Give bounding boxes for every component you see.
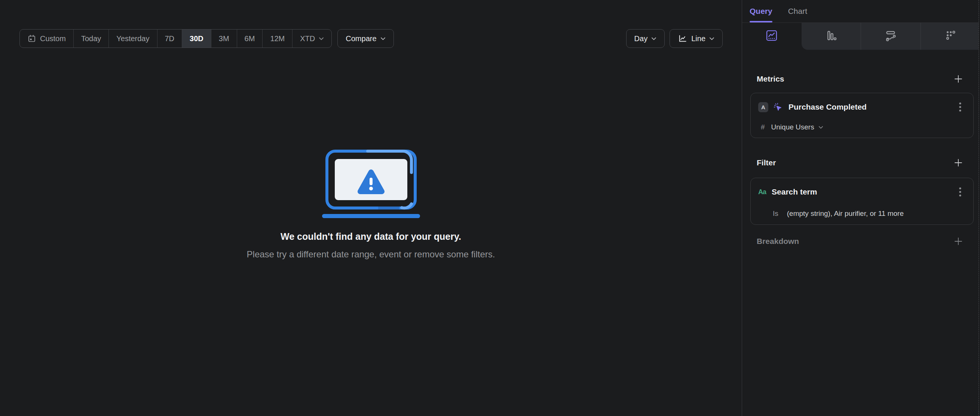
compare-label: Compare xyxy=(345,34,376,43)
date-range-label: XTD xyxy=(300,34,315,43)
chevron-down-icon xyxy=(319,37,324,40)
plus-icon xyxy=(953,236,964,247)
line-chart-icon xyxy=(678,33,687,43)
breakdown-section-header: Breakdown xyxy=(757,236,964,247)
filter-property-row: Aa Search term xyxy=(758,186,951,198)
tab-chart[interactable]: Chart xyxy=(788,0,807,22)
insights-line-chart-icon xyxy=(765,29,778,44)
granularity-label: Day xyxy=(635,34,648,43)
tab-query[interactable]: Query xyxy=(749,0,772,22)
tab-retention[interactable] xyxy=(921,23,980,50)
filter-options-button[interactable] xyxy=(958,186,963,198)
metric-options-button[interactable] xyxy=(958,101,963,113)
metric-event-row: A Purchase Completed xyxy=(758,101,951,113)
aggregation-selector[interactable]: # Unique Users xyxy=(761,122,823,132)
report-canvas: Custom Today Yesterday 7D 30D 3M 6M 12M … xyxy=(0,0,742,416)
metric-event-name: Purchase Completed xyxy=(789,102,867,112)
series-letter-badge: A xyxy=(758,102,768,112)
chevron-down-icon xyxy=(818,126,823,129)
filter-property-name: Search term xyxy=(772,187,817,196)
panel-tab-bar: Query Chart xyxy=(742,0,980,23)
chevron-down-icon xyxy=(709,37,714,40)
empty-state-title: We couldn't find any data for your query… xyxy=(0,231,742,242)
insights-report-page: Custom Today Yesterday 7D 30D 3M 6M 12M … xyxy=(0,0,980,416)
date-range-xtd[interactable]: XTD xyxy=(292,30,331,48)
chart-controls: Day Line xyxy=(626,29,723,48)
laptop-base xyxy=(322,214,420,218)
plus-icon xyxy=(953,157,964,168)
metrics-section-header: Metrics xyxy=(757,73,964,84)
date-range-custom[interactable]: Custom xyxy=(20,30,73,48)
date-range-label: Today xyxy=(81,34,101,43)
plus-icon xyxy=(953,73,964,84)
aggregation-symbol: # xyxy=(761,123,765,131)
panel-scroll-gutter xyxy=(978,0,980,416)
metric-card[interactable]: A Purchase Completed # xyxy=(750,93,974,138)
add-breakdown-button[interactable] xyxy=(953,236,964,247)
filter-condition[interactable]: Is (empty string), Air purifier, or 11 m… xyxy=(773,208,904,219)
aggregation-label: Unique Users xyxy=(771,123,814,131)
date-range-label: 12M xyxy=(270,34,285,43)
date-range-label: 3M xyxy=(219,34,229,43)
date-range-3m[interactable]: 3M xyxy=(211,30,237,48)
query-builder-panel: Query Chart xyxy=(742,0,980,416)
tab-flows[interactable] xyxy=(861,23,921,50)
kebab-menu-icon xyxy=(959,186,962,197)
filter-heading: Filter xyxy=(757,158,776,167)
chart-type-button[interactable]: Line xyxy=(670,29,723,48)
date-range-7d[interactable]: 7D xyxy=(157,30,182,48)
add-filter-button[interactable] xyxy=(953,157,964,168)
date-range-label: Yesterday xyxy=(116,34,149,43)
chevron-down-icon xyxy=(651,37,657,40)
filter-values-summary: (empty string), Air purifier, or 11 more xyxy=(787,209,904,218)
no-data-laptop-illustration xyxy=(322,149,420,220)
funnel-bars-icon xyxy=(824,29,838,44)
chevron-down-icon xyxy=(380,37,386,40)
visualization-tabs xyxy=(742,23,980,50)
date-range-control: Custom Today Yesterday 7D 30D 3M 6M 12M … xyxy=(19,29,332,48)
empty-state-subtitle: Please try a different date range, event… xyxy=(0,249,742,260)
filter-operator: Is xyxy=(773,209,778,218)
date-range-30d[interactable]: 30D xyxy=(182,30,211,48)
string-property-icon: Aa xyxy=(758,188,766,196)
date-range-label: Custom xyxy=(40,34,66,43)
tab-funnels[interactable] xyxy=(802,23,861,50)
breakdown-heading: Breakdown xyxy=(757,237,799,246)
report-toolbar: Custom Today Yesterday 7D 30D 3M 6M 12M … xyxy=(19,29,394,48)
filter-card[interactable]: Aa Search term Is (empty string), Air pu… xyxy=(750,178,974,225)
date-range-label: 7D xyxy=(165,34,175,43)
date-range-label: 6M xyxy=(245,34,255,43)
date-range-label: 30D xyxy=(189,34,204,43)
date-range-12m[interactable]: 12M xyxy=(262,30,292,48)
date-range-6m[interactable]: 6M xyxy=(237,30,262,48)
compare-button[interactable]: Compare xyxy=(337,29,393,48)
empty-state: We couldn't find any data for your query… xyxy=(0,149,742,260)
date-range-yesterday[interactable]: Yesterday xyxy=(108,30,157,48)
event-cursor-icon xyxy=(773,102,783,112)
chart-type-label: Line xyxy=(691,34,705,43)
filter-section-header: Filter xyxy=(757,157,964,168)
date-range-today[interactable]: Today xyxy=(73,30,108,48)
tab-insights-line[interactable] xyxy=(742,23,802,50)
kebab-menu-icon xyxy=(959,102,962,112)
add-metric-button[interactable] xyxy=(953,73,964,84)
tab-label: Query xyxy=(749,7,772,16)
retention-dots-icon xyxy=(944,29,957,44)
granularity-button[interactable]: Day xyxy=(626,29,665,48)
flows-squiggle-icon xyxy=(884,29,897,44)
tab-label: Chart xyxy=(788,7,807,16)
metrics-heading: Metrics xyxy=(757,75,784,83)
calendar-icon xyxy=(27,34,36,43)
